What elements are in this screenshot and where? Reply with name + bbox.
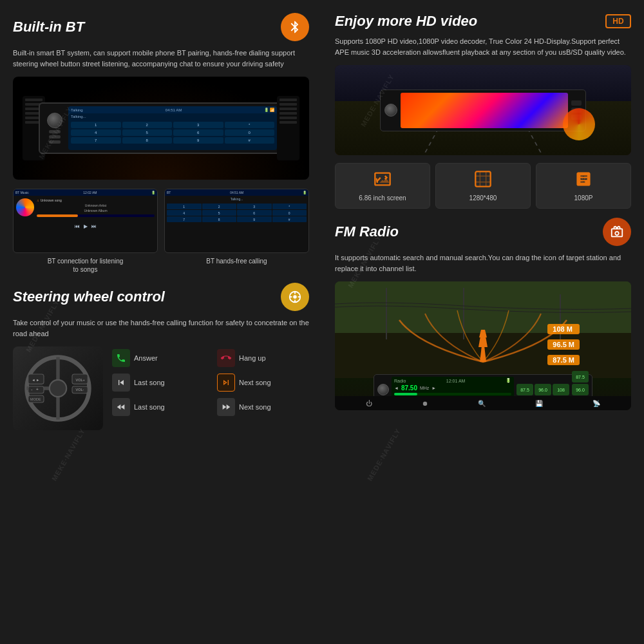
music-screen-content: ♫ Unknown song Unknown Artist Unknown Al…: [14, 196, 157, 221]
dial-key-8: 8: [122, 137, 173, 144]
mini-dial-pad: 1 2 3 * 4 5 6 0 7 8 9 #: [165, 202, 308, 223]
svg-point-1: [293, 295, 297, 299]
answer-hangup-row: Answer Hang up: [112, 349, 309, 367]
fm-ctrl-search: 🔍: [478, 400, 486, 407]
hd-stereo-unit: [380, 90, 586, 131]
music-screen-header: BT Music 12:02 AM 🔋: [14, 189, 157, 196]
mini-key-6: 6: [237, 210, 272, 216]
call-screen-mode: BT: [167, 191, 171, 194]
svg-rect-26: [475, 171, 490, 186]
next-song-1-icon: [217, 374, 235, 392]
last-song-1-item: Last song: [112, 374, 204, 392]
next-button-mini: ⏭: [91, 223, 97, 229]
mini-key-7: 7: [167, 216, 202, 222]
bluetooth-icon: [288, 20, 302, 34]
fm-description: It supports automatic search and manual …: [335, 252, 631, 274]
fm-freq-108: 108 M: [547, 324, 580, 334]
resolution-text: 1280*480: [441, 194, 525, 202]
call-label-text: BT hands-free calling: [206, 258, 267, 265]
svg-marker-33: [478, 336, 488, 347]
answer-label: Answer: [134, 354, 158, 362]
fm-frequency-labels: 108 M 96.5 M 87.5 M: [547, 324, 580, 365]
steering-content: ◄ ► + - MODE VOL+ VOL-: [13, 346, 309, 430]
fm-current-freq: 87.50: [401, 384, 417, 392]
fm-ctrl-power: ⏻: [366, 400, 372, 407]
fm-preset-3: 108: [553, 384, 569, 395]
fm-unit: MHz: [420, 386, 429, 390]
last-song-1-label: Last song: [134, 379, 165, 386]
answer-item: Answer: [112, 349, 204, 367]
calling-screen-label: BT hands-free calling: [164, 257, 309, 265]
fm-ctrl-toggle: ⏺: [422, 400, 428, 407]
fm-freq-display: ◄ 87.50 MHz ►: [394, 384, 511, 392]
fm-battery: 🔋: [506, 378, 511, 383]
steering-icon-badge: [281, 283, 309, 311]
bt-title: Built-in BT: [13, 19, 84, 35]
answer-icon: [112, 349, 130, 367]
progress-bar-fill: [37, 214, 78, 217]
watermark-3: MEKE·NAVIFLY: [50, 427, 86, 482]
fm-bottom-controls: ⏻ ⏺ 🔍 💾 📡: [335, 396, 631, 410]
hangup-item: Hang up: [217, 349, 309, 367]
hd-description: Supports 1080P HD video,1080P video deco…: [335, 36, 631, 57]
next-song-2-item: Next song: [217, 398, 309, 416]
svg-text:◄: ◄: [32, 378, 35, 382]
steering-description: Take control of your music or use the ha…: [13, 317, 309, 339]
progress-bar-bg: [37, 214, 155, 217]
prev-button-mini: ⏮: [75, 223, 80, 229]
music-screen-time: 12:02 AM: [83, 191, 97, 194]
hd-title: Enjoy more HD video: [335, 13, 477, 30]
orange-circle-accent: [563, 108, 595, 140]
stereo-calling-screen: Talking 04:51 AM 🔋 📶 Talking... 1 2 3 * …: [68, 106, 277, 150]
svg-text:VOL-: VOL-: [76, 388, 84, 392]
next-song-1-label: Next song: [239, 379, 271, 386]
mini-call-status: Talking...: [165, 196, 308, 202]
album-art: [16, 198, 34, 216]
prev-song-1-icon: [112, 374, 130, 392]
car-vent-right: [277, 96, 299, 160]
call-status: Talking...: [68, 113, 277, 120]
stereo-button-2: [49, 135, 61, 138]
hangup-icon: [217, 349, 235, 367]
next-song-2-label: Next song: [239, 403, 271, 411]
feature-box-resolution: 1280*480: [435, 163, 531, 209]
feature-box-1080p: 1080P: [536, 163, 631, 209]
prev-next-row-2: Last song Next song: [112, 398, 309, 416]
mini-key-1: 1: [167, 204, 202, 209]
steering-title: Steering wheel control: [13, 289, 165, 305]
fm-section-header: FM Radio: [335, 218, 631, 246]
screen-size-icon: [341, 170, 424, 192]
call-screen-time: 04:51 AM: [230, 191, 243, 194]
svg-text:VOL+: VOL+: [76, 378, 85, 382]
fm-screen-time: 12:01 AM: [446, 379, 466, 383]
bt-description: Built-in smart BT system, can support mo…: [13, 48, 309, 69]
mini-key-2: 2: [202, 204, 237, 209]
prev-next-row-1: Last song Next song: [112, 374, 309, 392]
call-screen-icons: 🔋: [303, 191, 307, 194]
next-song-2-icon: [217, 398, 235, 416]
music-controls: ⏮ ▶ ⏭: [14, 221, 157, 232]
dial-pad: 1 2 3 * 4 5 6 0 7 8 9 #: [68, 120, 277, 145]
hd-knob: [384, 104, 397, 117]
steering-wheel-svg: ◄ ► + - MODE VOL+ VOL-: [23, 353, 93, 424]
svg-text:-: -: [31, 387, 32, 392]
hd-screen-image: [335, 65, 631, 155]
steering-wheel-image: ◄ ► + - MODE VOL+ VOL-: [13, 346, 103, 430]
dial-key-1: 1: [71, 122, 121, 128]
music-screen-icons: 🔋: [151, 191, 155, 194]
steering-section: Steering wheel control Take control of y…: [13, 283, 309, 430]
track-artist: Unknown Artist: [37, 204, 155, 207]
last-song-2-label: Last song: [134, 403, 165, 411]
mini-key-0: 0: [272, 210, 307, 216]
play-icon: [542, 170, 625, 192]
svg-text:►: ►: [36, 378, 39, 382]
dial-key-2: 2: [122, 122, 173, 128]
fm-title: FM Radio: [335, 223, 399, 240]
mini-key-5: 5: [202, 210, 237, 216]
next-song-1-item: Next song: [217, 374, 309, 392]
stereo-left-controls: [45, 113, 64, 144]
control-list: Answer Hang up Last so: [112, 346, 309, 430]
track-album: Unknown Album: [37, 209, 155, 213]
radio-icon: [610, 225, 624, 239]
fm-screen-label: Radio: [394, 379, 406, 383]
